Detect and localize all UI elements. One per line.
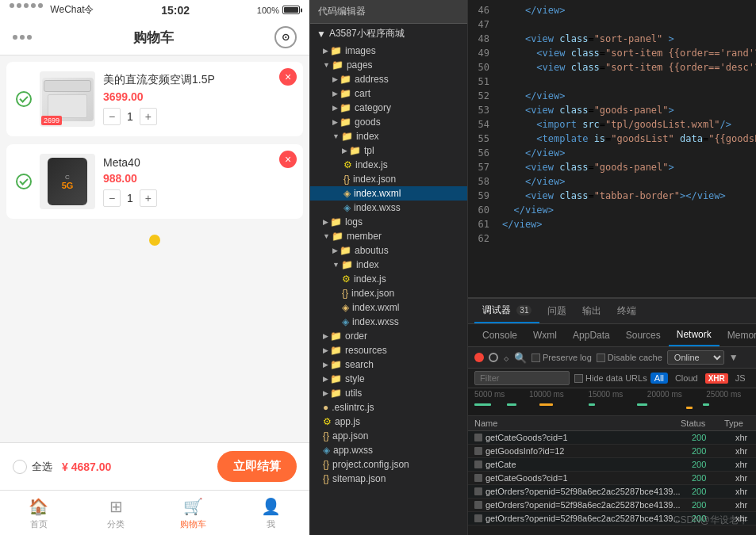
network-row[interactable]: getCateGoods?cid=1 200 xhr xyxy=(468,472,756,485)
item-checkbox[interactable] xyxy=(16,174,32,189)
file-sitemap[interactable]: {} sitemap.json xyxy=(310,472,467,486)
network-row[interactable]: getCateGoods?cid=1 200 xhr xyxy=(468,431,756,445)
delete-button[interactable]: × xyxy=(279,151,297,168)
filter-input[interactable] xyxy=(474,371,570,385)
folder-index[interactable]: ▼ 📁 index xyxy=(310,129,467,143)
folder-goods[interactable]: ▶ 📁 goods xyxy=(310,115,467,129)
row-color-indicator xyxy=(474,501,482,509)
folder-utils[interactable]: ▶ 📁 utils xyxy=(310,386,467,400)
tab-appdata[interactable]: AppData xyxy=(565,325,618,346)
item-checkbox[interactable] xyxy=(16,91,32,107)
select-all[interactable]: 全选 xyxy=(13,460,52,474)
folder-resources[interactable]: ▶ 📁 resources xyxy=(310,343,467,357)
file-index-js[interactable]: ⚙ index.js xyxy=(310,158,467,172)
tab-debugger[interactable]: 调试器 31 xyxy=(474,299,539,323)
folder-address[interactable]: ▶ 📁 address xyxy=(310,72,467,86)
increase-btn[interactable]: + xyxy=(140,108,157,125)
folder-style[interactable]: ▶ 📁 style xyxy=(310,372,467,386)
checkout-button[interactable]: 立即结算 xyxy=(217,451,297,482)
tab-output[interactable]: 输出 xyxy=(574,300,609,323)
tab-label: 调试器 xyxy=(482,304,511,315)
folder-label: goods xyxy=(355,117,381,128)
preserve-log-option[interactable]: Preserve log xyxy=(532,353,592,362)
js-filter-btn[interactable]: JS xyxy=(731,373,750,384)
disable-cache-option[interactable]: Disable cache xyxy=(597,353,662,362)
chevron-right-icon: ▶ xyxy=(323,218,328,226)
network-throttle-select[interactable]: Online Slow 3G Fast 3G Offline xyxy=(667,350,724,365)
network-row[interactable]: getOrders?openid=52f98a6ec2ac25287bce413… xyxy=(468,499,756,512)
config-file-icon: ● xyxy=(323,402,328,413)
search-icon[interactable]: 🔍 xyxy=(514,352,527,364)
tab-sources[interactable]: Sources xyxy=(618,325,669,346)
hide-data-urls-option[interactable]: Hide data URLs xyxy=(574,373,647,383)
folder-logs[interactable]: ▶ 📁 logs xyxy=(310,215,467,229)
select-all-checkbox[interactable] xyxy=(13,460,27,474)
header-menu-dots[interactable] xyxy=(13,35,32,40)
folder-aboutus[interactable]: ▶ 📁 aboutus xyxy=(310,243,467,258)
file-member-index-json[interactable]: {} index.json xyxy=(310,286,467,300)
file-index-wxml[interactable]: ◈ index.wxml xyxy=(310,186,467,201)
decrease-btn[interactable]: − xyxy=(103,108,121,125)
file-member-index-wxml[interactable]: ◈ index.wxml xyxy=(310,300,467,315)
network-toolbar: ⬦ 🔍 Preserve log Disable cache Online Sl… xyxy=(468,347,756,369)
tab-memory[interactable]: Memory xyxy=(720,325,756,346)
file-app-json[interactable]: {} app.json xyxy=(310,429,467,443)
folder-search[interactable]: ▶ 📁 search xyxy=(310,357,467,372)
decrease-btn[interactable]: − xyxy=(103,189,121,207)
folder-images[interactable]: ▶ 📁 images xyxy=(310,44,467,58)
file-index-wxss[interactable]: ◈ index.wxss xyxy=(310,201,467,215)
file-index-json[interactable]: {} index.json xyxy=(310,172,467,186)
css-filter-btn[interactable]: CS xyxy=(753,373,756,384)
file-member-index-js[interactable]: ⚙ index.js xyxy=(310,272,467,286)
record-button[interactable] xyxy=(474,353,484,362)
file-project-config[interactable]: {} project.config.json xyxy=(310,457,467,472)
tab-console[interactable]: Console xyxy=(474,325,525,346)
nav-profile-label: 我 xyxy=(267,518,275,530)
file-member-index-wxss[interactable]: ◈ index.wxss xyxy=(310,315,467,329)
status-code: 200 xyxy=(692,473,735,483)
network-row[interactable]: getCate 200 xhr xyxy=(468,458,756,472)
network-row[interactable]: getOrders?openid=52f98a6ec2ac25287bce413… xyxy=(468,512,756,525)
file-label: app.json xyxy=(332,430,368,441)
chevron-down-icon: ▼ xyxy=(332,261,340,269)
tab-network[interactable]: Network xyxy=(669,324,720,346)
all-filter-btn[interactable]: All xyxy=(650,373,668,384)
folder-member-index[interactable]: ▼ 📁 index xyxy=(310,258,467,272)
folder-icon: 📁 xyxy=(332,59,343,71)
preserve-log-checkbox[interactable] xyxy=(532,353,540,362)
camera-icon[interactable]: ⊙ xyxy=(274,26,297,48)
file-app-wxss[interactable]: ◈ app.wxss xyxy=(310,443,467,457)
filter-icon[interactable]: ⬦ xyxy=(503,351,509,364)
project-root[interactable]: ▼ A3587小程序商城 xyxy=(310,24,467,44)
tab-terminal[interactable]: 终端 xyxy=(609,300,644,323)
stop-button[interactable] xyxy=(489,353,498,362)
file-app-js[interactable]: ⚙ app.js xyxy=(310,415,467,429)
folder-tpl[interactable]: ▶ 📁 tpl xyxy=(310,143,467,158)
folder-member[interactable]: ▼ 📁 member xyxy=(310,229,467,243)
tab-label: AppData xyxy=(573,330,610,341)
disable-cache-checkbox[interactable] xyxy=(597,353,605,362)
nav-cart[interactable]: 🛒 购物车 xyxy=(155,491,232,535)
js-file-icon: ⚙ xyxy=(343,159,352,170)
increase-btn[interactable]: + xyxy=(140,189,157,207)
xhr-filter-btn[interactable]: XHR xyxy=(705,373,728,384)
row-color-indicator xyxy=(474,434,482,441)
folder-pages[interactable]: ▼ 📁 pages xyxy=(310,58,467,72)
network-row[interactable]: getGoodsInfo?id=12 200 xhr xyxy=(468,445,756,458)
hide-data-urls-checkbox[interactable] xyxy=(574,374,583,383)
folder-label: index xyxy=(356,259,379,270)
tab-issues[interactable]: 问题 xyxy=(539,300,574,323)
nav-category[interactable]: ⊞ 分类 xyxy=(78,491,155,535)
folder-icon: 📁 xyxy=(340,245,351,256)
tab-label: Memory xyxy=(727,330,756,341)
nav-profile[interactable]: 👤 我 xyxy=(232,491,310,535)
file-eslintrc[interactable]: ● .eslintrc.js xyxy=(310,400,467,415)
nav-home[interactable]: 🏠 首页 xyxy=(0,491,78,535)
network-row[interactable]: getOrders?openid=52f98a6ec2ac25287bce413… xyxy=(468,485,756,499)
delete-button[interactable]: × xyxy=(279,68,297,86)
folder-cart[interactable]: ▶ 📁 cart xyxy=(310,86,467,101)
cloud-filter-btn[interactable]: Cloud xyxy=(671,373,702,384)
folder-order[interactable]: ▶ 📁 order xyxy=(310,329,467,343)
tab-wxml[interactable]: Wxml xyxy=(525,325,565,346)
folder-category[interactable]: ▶ 📁 category xyxy=(310,101,467,115)
